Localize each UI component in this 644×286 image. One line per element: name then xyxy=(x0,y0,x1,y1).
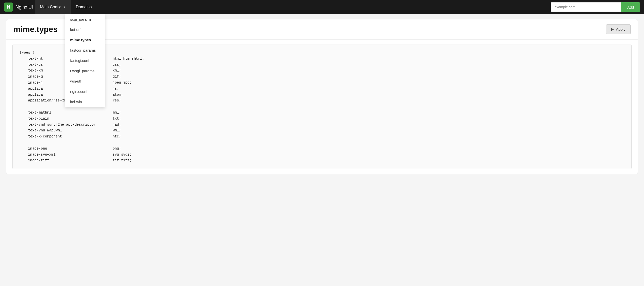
domain-input[interactable] xyxy=(551,2,621,12)
brand: N Nginx UI xyxy=(4,3,33,12)
apply-label: Apply xyxy=(616,27,625,31)
main-config-dropdown: scgi_params koi-utf mime.types fastcgi_p… xyxy=(65,14,105,107)
nav-menu: Main Config ▼ Domains xyxy=(35,0,97,14)
config-title: mime.types xyxy=(13,25,58,34)
play-icon xyxy=(611,28,614,31)
dropdown-item-fastcgi-params[interactable]: fastcgi_params xyxy=(65,45,105,55)
nav-domains[interactable]: Domains xyxy=(71,0,97,14)
nav-main-config[interactable]: Main Config ▼ xyxy=(35,0,71,14)
brand-name: Nginx UI xyxy=(16,5,33,10)
dropdown-item-koi-win[interactable]: koi-win xyxy=(65,97,105,107)
navbar: N Nginx UI Main Config ▼ Domains Add xyxy=(0,0,644,14)
apply-button[interactable]: Apply xyxy=(606,24,631,34)
nginx-logo-icon: N xyxy=(4,3,13,12)
chevron-down-icon: ▼ xyxy=(63,6,66,9)
dropdown-item-koi-utf[interactable]: koi-utf xyxy=(65,24,105,35)
dropdown-item-mime-types[interactable]: mime.types xyxy=(65,35,105,45)
dropdown-item-fastcgi-conf[interactable]: fastcgi.conf xyxy=(65,55,105,66)
add-button[interactable]: Add xyxy=(621,2,640,12)
dropdown-item-scgi-params[interactable]: scgi_params xyxy=(65,14,105,24)
dropdown-item-nginx-conf[interactable]: nginx.conf xyxy=(65,86,105,97)
navbar-right: Add xyxy=(551,2,640,12)
dropdown-item-uwsgi-params[interactable]: uwsgi_params xyxy=(65,66,105,76)
dropdown-item-win-utf[interactable]: win-utf xyxy=(65,76,105,86)
logo-letter: N xyxy=(7,5,10,10)
domains-label: Domains xyxy=(76,5,92,9)
code-editor[interactable]: types { text/ht html htm shtml; text/cs … xyxy=(12,45,632,169)
main-config-label: Main Config xyxy=(40,5,61,9)
